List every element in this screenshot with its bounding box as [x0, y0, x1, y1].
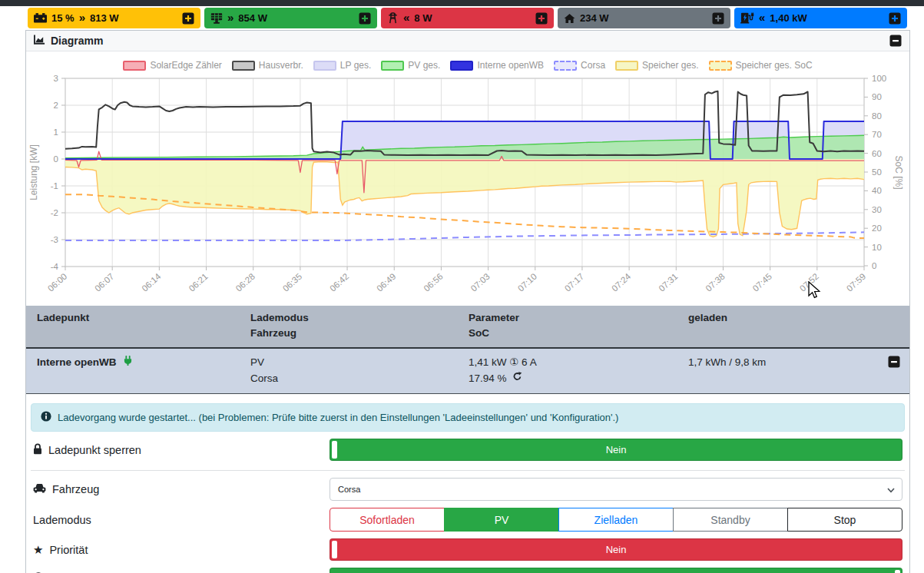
top-bar — [0, 0, 924, 6]
axis-tick-label: 0 — [872, 261, 876, 270]
axis-tick-label: 1 — [54, 128, 58, 137]
header-line: geladen — [688, 310, 727, 326]
vehicle-row: Fahrzeug Corsa — [31, 478, 904, 501]
plus-square-icon[interactable] — [889, 12, 901, 25]
legend-swatch — [313, 61, 336, 71]
legend-item[interactable]: Speicher ges. SoC — [709, 60, 813, 71]
toggle-handle — [332, 441, 337, 459]
status-badge-pv-production[interactable]: »854 W — [204, 8, 377, 28]
charging-status-alert: Ladevorgang wurde gestartet... (bei Prob… — [31, 403, 905, 432]
axis-tick-label: 06:35 — [281, 272, 303, 293]
priority-row: ★ Priorität Nein — [31, 538, 904, 561]
lock-chargepoint-toggle[interactable]: Nein — [330, 439, 902, 461]
y-axis-label-right: SoC [%] — [893, 155, 904, 189]
legend-swatch — [450, 61, 473, 71]
status-badge-grid[interactable]: «8 W — [381, 8, 554, 28]
header-line — [37, 326, 250, 341]
plus-square-icon[interactable] — [182, 12, 194, 25]
diagram-header: Diagramm — [26, 31, 909, 51]
status-badges-row: 15 %»813 W»854 W«8 W234 W«1,40 kW — [28, 8, 907, 28]
transmission-tower-icon — [387, 12, 399, 24]
status-badge-chargepoint[interactable]: «1,40 kW — [734, 8, 907, 28]
legend-item[interactable]: Interne openWB — [450, 60, 544, 71]
legend-item[interactable]: LP ges. — [313, 60, 371, 71]
legend-label: Hausverbr. — [259, 60, 303, 71]
legend-item[interactable]: SolarEdge Zähler — [123, 60, 221, 71]
row-fahrzeug: Corsa — [250, 370, 469, 386]
charge-mode-sofortladen[interactable]: Sofortladen — [330, 508, 445, 532]
axis-tick-label: 20 — [872, 224, 882, 233]
legend-item[interactable]: Corsa — [554, 60, 605, 71]
vehicle-label: Fahrzeug — [31, 483, 330, 495]
mouse-cursor — [806, 281, 822, 303]
row-collapse-button[interactable] — [888, 356, 900, 368]
diagram-collapse-button[interactable] — [889, 35, 902, 47]
charge-mode-standby[interactable]: Standby — [673, 508, 788, 532]
table-row[interactable]: Interne openWB PV Corsa 1,41 kW ① 6 A 17… — [26, 349, 909, 394]
legend-item[interactable]: Hausverbr. — [232, 60, 303, 71]
axis-tick-label: -2 — [51, 208, 58, 217]
parameter-cell: 1,41 kW ① 6 A 17.94 % — [469, 354, 688, 386]
axis-tick-label: 3 — [54, 74, 58, 83]
chargepoint-table: LadepunktLademodusFahrzeugParameterSoCge… — [26, 306, 909, 394]
header-line: Ladepunkt — [37, 310, 250, 326]
axis-tick-label: -1 — [51, 181, 58, 190]
legend-swatch — [381, 61, 404, 71]
charging-station-icon — [740, 12, 754, 24]
badge-value: 15 % — [51, 12, 75, 24]
diagram-title: Diagramm — [51, 35, 103, 47]
badge-value: 813 W — [90, 12, 119, 24]
table-header-geladen: geladen — [688, 310, 909, 341]
axis-tick-label: 07:17 — [563, 272, 585, 293]
vehicle-select[interactable]: Corsa — [330, 478, 902, 501]
axis-tick-label: 60 — [872, 149, 882, 158]
main-card: Diagramm SolarEdge ZählerHausverbr.LP ge… — [25, 30, 910, 573]
axis-tick-label: 10 — [872, 243, 882, 252]
car-icon — [33, 483, 46, 495]
legend-label: Interne openWB — [477, 60, 544, 71]
legend-swatch — [615, 61, 638, 71]
legend-label: LP ges. — [340, 60, 371, 71]
priority-toggle[interactable]: Nein — [330, 538, 902, 561]
axis-tick-label: 90 — [872, 92, 882, 101]
axis-tick-label: 06:56 — [422, 272, 444, 293]
toggle-handle — [895, 570, 900, 573]
legend-label: SolarEdge Zähler — [150, 60, 221, 71]
row-lademodus: PV — [250, 354, 469, 370]
chargepoint-name: Interne openWB — [37, 356, 117, 368]
badge-value: 854 W — [238, 12, 267, 24]
charge-mode-button-group: SofortladenPVZielladenStandbyStop — [330, 508, 902, 532]
flow-arrow: « — [403, 12, 409, 23]
charge-mode-stop[interactable]: Stop — [787, 508, 902, 532]
legend-item[interactable]: PV ges. — [381, 60, 440, 71]
mode-vehicle-cell: PV Corsa — [250, 354, 469, 386]
charge-mode-zielladen[interactable]: Zielladen — [558, 508, 674, 532]
plus-square-icon[interactable] — [359, 12, 371, 25]
plug-icon — [124, 356, 132, 368]
plus-square-icon[interactable] — [535, 12, 548, 25]
legend-item[interactable]: Speicher ges. — [615, 60, 698, 71]
chart-area-icon — [34, 35, 45, 48]
axis-tick-label: 07:24 — [610, 271, 633, 293]
scheduled-charging-toggle[interactable]: Ja — [330, 568, 902, 573]
legend-label: Speicher ges. SoC — [736, 60, 813, 71]
axis-tick-label: -4 — [51, 262, 59, 271]
scheduled-charging-row: Zeitladen Ja — [31, 568, 904, 573]
charge-mode-pv[interactable]: PV — [444, 508, 559, 532]
axis-tick-label: 07:45 — [751, 272, 773, 293]
plus-square-icon[interactable] — [712, 12, 724, 25]
axis-tick-label: 80 — [872, 111, 882, 121]
legend-label: Speicher ges. — [642, 60, 698, 71]
status-badge-house[interactable]: 234 W — [558, 8, 730, 28]
axis-tick-label: 06:07 — [93, 272, 115, 293]
refresh-icon[interactable] — [512, 373, 522, 384]
legend-swatch — [123, 61, 146, 71]
lock-icon — [33, 443, 42, 457]
axis-tick-label: 50 — [872, 167, 882, 177]
flow-arrow: » — [227, 12, 233, 23]
status-badge-battery-storage[interactable]: 15 %»813 W — [28, 8, 200, 28]
axis-tick-label: 07:31 — [657, 272, 679, 293]
axis-tick-label: 07:03 — [469, 272, 492, 293]
y-axis-label-left: Leistung [kW] — [28, 144, 39, 200]
axis-tick-label: 07:59 — [845, 272, 867, 293]
